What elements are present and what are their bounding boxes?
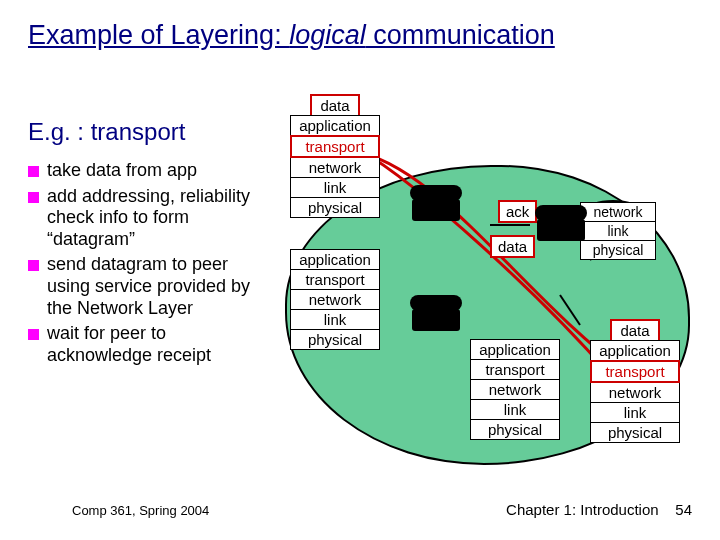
footer-course: Comp 361, Spring 2004	[72, 503, 209, 518]
bullet-item: take data from app	[28, 160, 268, 182]
footer-chapter: Chapter 1: Introduction 54	[506, 501, 692, 518]
slide-title: Example of Layering: logical communicati…	[28, 20, 555, 51]
bullet-item: wait for peer to acknowledge receipt	[28, 323, 268, 366]
bullet-text: take data from app	[47, 160, 197, 182]
layer-application: application	[290, 249, 380, 270]
host-stack-bottom-center: application transport network link physi…	[470, 340, 560, 440]
data-label: data	[610, 319, 660, 342]
title-part-c: communication	[366, 20, 555, 50]
layer-network: network	[590, 382, 680, 403]
layer-link: link	[290, 177, 380, 198]
phone-icon	[535, 205, 587, 241]
layer-network: network	[290, 289, 380, 310]
page-number: 54	[675, 501, 692, 518]
layer-network: network	[290, 157, 380, 178]
host-stack-top-left: data application transport network link …	[290, 95, 380, 218]
layer-transport: transport	[290, 135, 380, 158]
layer-link: link	[290, 309, 380, 330]
layer-physical: physical	[470, 419, 560, 440]
layer-network: network	[470, 379, 560, 400]
bullet-icon	[28, 166, 39, 177]
bullet-item: send datagram to peer using service prov…	[28, 254, 268, 319]
layer-physical: physical	[290, 329, 380, 350]
bullet-text: send datagram to peer using service prov…	[47, 254, 268, 319]
phone-icon	[410, 185, 462, 221]
chapter-label: Chapter 1: Introduction	[506, 501, 659, 518]
layer-transport: transport	[470, 359, 560, 380]
layer-application: application	[590, 340, 680, 361]
layer-network: network	[580, 202, 656, 222]
bullet-icon	[28, 329, 39, 340]
data-label-mid: data	[490, 235, 535, 258]
bullet-icon	[28, 192, 39, 203]
bullet-item: add addressing, reliability check info t…	[28, 186, 268, 251]
phone-icon	[410, 295, 462, 331]
host-stack-mid-left: application transport network link physi…	[290, 250, 380, 350]
bullet-text: wait for peer to acknowledge receipt	[47, 323, 268, 366]
layer-transport: transport	[290, 269, 380, 290]
layer-physical: physical	[590, 422, 680, 443]
layer-application: application	[290, 115, 380, 136]
layer-link: link	[590, 402, 680, 423]
title-part-a: Example of Layering:	[28, 20, 289, 50]
layer-transport: transport	[590, 360, 680, 383]
host-stack-bottom-right: data application transport network link …	[590, 320, 680, 443]
layer-physical: physical	[580, 240, 656, 260]
title-part-b: logical	[289, 20, 366, 50]
data-label: data	[310, 94, 360, 117]
sub-heading: E.g. : transport	[28, 118, 185, 146]
bullet-list: take data from app add addressing, relia…	[28, 160, 268, 370]
layering-diagram: data application transport network link …	[280, 95, 700, 475]
layer-link: link	[580, 221, 656, 241]
layer-link: link	[470, 399, 560, 420]
bullet-icon	[28, 260, 39, 271]
router-stack: network link physical	[580, 203, 656, 260]
bullet-text: add addressing, reliability check info t…	[47, 186, 268, 251]
layer-application: application	[470, 339, 560, 360]
layer-physical: physical	[290, 197, 380, 218]
ack-label: ack	[498, 200, 537, 223]
